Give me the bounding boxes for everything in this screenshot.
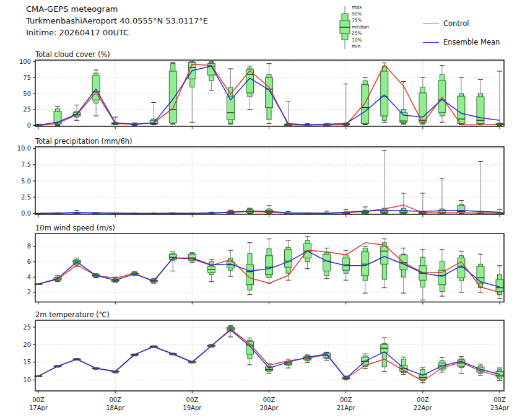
box-25-75: [169, 71, 176, 123]
x-label-day: 18Apr: [106, 405, 125, 411]
y-tick-label: 75: [23, 74, 31, 81]
y-tick-label: 50: [23, 90, 31, 97]
meteogram-plot: 02550751000.02.55.07.510.024681015202500…: [0, 0, 517, 420]
y-tick-label: 2: [27, 289, 31, 295]
y-tick-label: 10: [23, 377, 31, 383]
y-tick-label: 25: [23, 106, 31, 113]
box-25-75: [362, 85, 369, 124]
y-tick-label: 4: [27, 274, 31, 281]
y-tick-label: 6: [27, 258, 31, 265]
x-label-day: 17Apr: [29, 405, 48, 411]
y-tick-label: 5.0: [21, 178, 31, 185]
box-25-75: [266, 256, 273, 275]
box-25-75: [381, 247, 388, 264]
box-25-75: [323, 254, 331, 271]
x-label-hour: 00Z: [263, 396, 276, 403]
box-25-75: [477, 97, 484, 123]
meteogram-page: CMA-GEPS meteogram TurkmenbashiAeroport …: [0, 0, 517, 420]
x-label-hour: 00Z: [32, 396, 45, 403]
y-tick-label: 10.0: [17, 145, 31, 152]
x-label-day: 19Apr: [183, 405, 202, 411]
x-label-hour: 00Z: [340, 396, 352, 403]
panel-frame: [35, 320, 504, 391]
box-25-75: [342, 258, 350, 270]
x-label-day: 20Apr: [259, 405, 279, 411]
y-tick-label: 0.0: [21, 210, 31, 217]
x-label-hour: 00Z: [493, 396, 506, 403]
y-tick-label: 20: [23, 341, 31, 348]
x-label-hour: 00Z: [186, 396, 199, 403]
y-tick-label: 100: [19, 58, 31, 65]
x-label-day: 23Apr: [490, 405, 510, 411]
y-tick-label: 25: [23, 324, 31, 331]
box-25-75: [381, 71, 388, 116]
y-tick-label: 2.5: [21, 194, 31, 201]
y-tick-label: 7.5: [21, 161, 31, 168]
panel-frame: [35, 147, 504, 214]
y-tick-label: 15: [23, 359, 31, 365]
x-label-hour: 00Z: [417, 396, 429, 403]
box-25-75: [496, 279, 503, 292]
x-label-day: 21Apr: [337, 405, 356, 411]
x-label-day: 22Apr: [414, 405, 433, 411]
x-label-hour: 00Z: [109, 396, 121, 403]
box-25-75: [285, 250, 292, 267]
y-tick-label: 8: [27, 243, 31, 250]
box-25-75: [438, 81, 446, 112]
y-tick-label: 0: [27, 122, 31, 129]
box-25-75: [477, 266, 484, 283]
